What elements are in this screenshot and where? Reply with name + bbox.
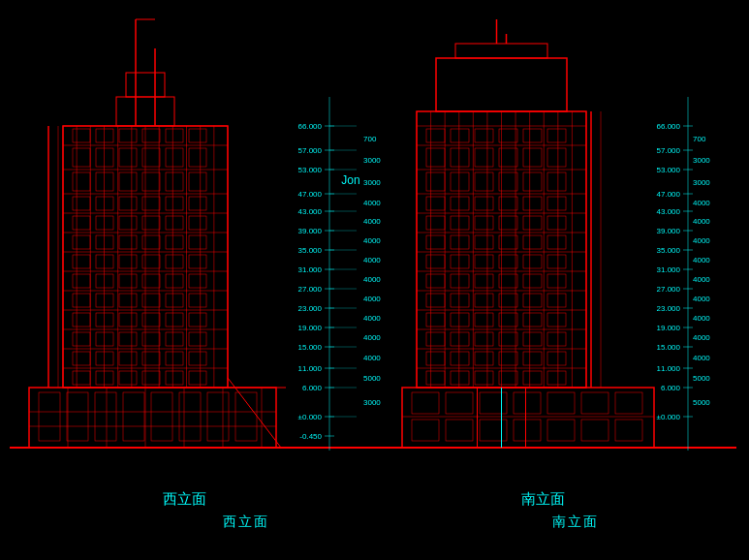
west-elevation-label: 西立面 (223, 513, 269, 531)
south-elevation-label: 南立面 (552, 513, 599, 531)
drawing-canvas: 西立面 南立面 (0, 0, 749, 560)
